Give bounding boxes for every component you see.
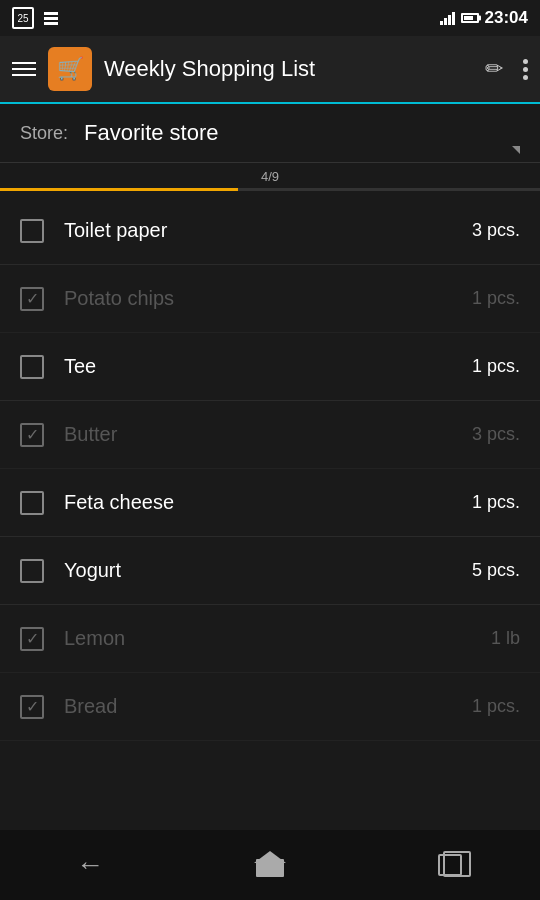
checkmark-icon: ✓ xyxy=(26,291,39,307)
store-label: Store: xyxy=(20,123,68,144)
checkbox[interactable]: ✓ xyxy=(20,423,44,447)
item-name: Bread xyxy=(64,695,472,718)
nav-bar: ← xyxy=(0,830,540,900)
item-quantity: 1 pcs. xyxy=(472,696,520,717)
item-name: Lemon xyxy=(64,627,491,650)
list-item[interactable]: Yogurt5 pcs. xyxy=(0,537,540,605)
checkbox[interactable] xyxy=(20,355,44,379)
checkbox[interactable] xyxy=(20,491,44,515)
checkbox[interactable]: ✓ xyxy=(20,287,44,311)
recents-icon xyxy=(438,854,462,876)
item-quantity: 1 pcs. xyxy=(472,288,520,309)
item-name: Feta cheese xyxy=(64,491,472,514)
status-bar: 25 23:04 xyxy=(0,0,540,36)
item-name: Toilet paper xyxy=(64,219,472,242)
progress-section: 4/9 xyxy=(0,163,540,197)
status-right: 23:04 xyxy=(440,8,528,28)
battery-icon xyxy=(461,13,479,23)
home-icon xyxy=(256,851,284,879)
cart-app-icon: 🛒 xyxy=(48,47,92,91)
app-bar: 🛒 Weekly Shopping List ✏ xyxy=(0,36,540,104)
hamburger-menu-icon[interactable] xyxy=(12,62,36,76)
item-quantity: 3 pcs. xyxy=(472,220,520,241)
checkbox[interactable]: ✓ xyxy=(20,695,44,719)
list-item[interactable]: Toilet paper3 pcs. xyxy=(0,197,540,265)
store-name: Favorite store xyxy=(84,120,219,146)
list-item[interactable]: ✓Bread1 pcs. xyxy=(0,673,540,741)
back-button[interactable]: ← xyxy=(60,845,120,885)
checkbox[interactable] xyxy=(20,559,44,583)
progress-bar-fill xyxy=(0,188,238,191)
checkmark-icon: ✓ xyxy=(26,699,39,715)
home-button[interactable] xyxy=(240,845,300,885)
item-quantity: 3 pcs. xyxy=(472,424,520,445)
progress-bar-container xyxy=(0,188,540,191)
checkmark-icon: ✓ xyxy=(26,427,39,443)
checkbox[interactable]: ✓ xyxy=(20,627,44,651)
app-title: Weekly Shopping List xyxy=(104,56,485,82)
store-row[interactable]: Store: Favorite store xyxy=(0,104,540,162)
list-item[interactable]: ✓Butter3 pcs. xyxy=(0,401,540,469)
item-quantity: 1 pcs. xyxy=(472,356,520,377)
item-quantity: 1 pcs. xyxy=(472,492,520,513)
item-name: Potato chips xyxy=(64,287,472,310)
shopping-list: Toilet paper3 pcs.✓Potato chips1 pcs.Tee… xyxy=(0,197,540,741)
recents-button[interactable] xyxy=(420,845,480,885)
more-options-icon[interactable] xyxy=(523,59,528,80)
status-left: 25 xyxy=(12,7,58,29)
checkmark-icon: ✓ xyxy=(26,631,39,647)
calendar-icon: 25 xyxy=(12,7,34,29)
network-signal-icon xyxy=(440,12,455,25)
item-quantity: 1 lb xyxy=(491,628,520,649)
status-time: 23:04 xyxy=(485,8,528,28)
checkbox[interactable] xyxy=(20,219,44,243)
dropdown-arrow-icon xyxy=(512,146,520,154)
item-name: Yogurt xyxy=(64,559,472,582)
list-item[interactable]: ✓Lemon1 lb xyxy=(0,605,540,673)
item-quantity: 5 pcs. xyxy=(472,560,520,581)
list-item[interactable]: ✓Potato chips1 pcs. xyxy=(0,265,540,333)
toolbar-actions: ✏ xyxy=(485,56,528,82)
progress-label: 4/9 xyxy=(0,169,540,184)
back-arrow-icon: ← xyxy=(76,849,104,881)
item-name: Tee xyxy=(64,355,472,378)
list-item[interactable]: Tee1 pcs. xyxy=(0,333,540,401)
signal-bars-icon xyxy=(44,12,58,25)
item-name: Butter xyxy=(64,423,472,446)
list-item[interactable]: Feta cheese1 pcs. xyxy=(0,469,540,537)
edit-icon[interactable]: ✏ xyxy=(485,56,503,82)
